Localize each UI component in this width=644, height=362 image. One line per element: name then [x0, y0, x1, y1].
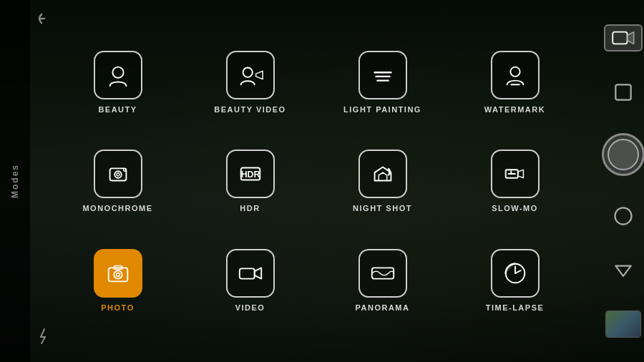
svg-point-6	[615, 208, 631, 225]
svg-marker-31	[254, 268, 261, 278]
modes-row-1: BEAUTY BEAUTY VIDEO	[52, 51, 581, 114]
hdr-label: HDR	[240, 204, 260, 212]
mode-monochrome[interactable]: MONOCHROME	[68, 150, 168, 212]
triangle-button[interactable]	[610, 257, 636, 283]
monochrome-icon-wrap	[94, 150, 142, 198]
time-lapse-icon-wrap	[491, 249, 540, 298]
shutter-inner	[608, 139, 639, 170]
slow-mo-icon-wrap	[491, 150, 540, 198]
mode-light-painting[interactable]: LIGHT PAINTING	[333, 51, 433, 114]
light-painting-icon-wrap	[358, 51, 407, 99]
svg-point-14	[510, 67, 519, 76]
watermark-icon-wrap	[491, 51, 540, 99]
svg-point-17	[114, 171, 122, 178]
beauty-video-icon-wrap	[226, 51, 275, 99]
panorama-icon-wrap	[358, 249, 407, 298]
photo-icon-wrap	[94, 249, 142, 298]
square-button[interactable]	[610, 79, 636, 105]
thumbnail-preview	[606, 311, 640, 337]
mode-time-lapse[interactable]: TIME-LAPSE	[465, 249, 565, 312]
mode-video[interactable]: VIDEO	[200, 249, 301, 312]
modes-main: BEAUTY BEAUTY VIDEO	[30, 0, 602, 362]
back-icon[interactable]	[36, 9, 56, 31]
mode-slow-mo[interactable]: SLOW-MO	[465, 150, 565, 212]
mode-hdr[interactable]: HDR HDR	[200, 150, 301, 212]
svg-rect-30	[239, 268, 254, 278]
monochrome-label: MONOCHROME	[82, 204, 152, 212]
svg-marker-23	[517, 170, 523, 177]
shutter-button[interactable]	[602, 133, 644, 176]
night-shot-label: NIGHT SHOT	[353, 204, 412, 212]
svg-marker-7	[615, 266, 630, 276]
photo-label: PHOTO	[101, 303, 134, 312]
mode-panorama[interactable]: PANORAMA	[333, 249, 433, 312]
mode-beauty-video[interactable]: BEAUTY VIDEO	[200, 51, 301, 114]
modes-grid: BEAUTY BEAUTY VIDEO	[52, 14, 581, 348]
svg-rect-5	[615, 84, 630, 99]
right-controls-panel	[602, 0, 644, 362]
svg-point-27	[114, 270, 122, 278]
circle-button[interactable]	[610, 203, 636, 229]
video-mode-icon[interactable]	[604, 24, 643, 52]
svg-rect-32	[371, 268, 393, 278]
svg-point-28	[116, 273, 119, 276]
svg-text:HDR: HDR	[240, 170, 260, 180]
svg-point-9	[243, 67, 252, 77]
beauty-label: BEAUTY	[98, 105, 137, 114]
sidebar-label: Modes	[10, 164, 20, 198]
mode-photo[interactable]: PHOTO	[68, 249, 168, 312]
mode-night-shot[interactable]: NIGHT SHOT	[333, 150, 433, 212]
svg-marker-4	[628, 32, 634, 44]
modes-row-2: MONOCHROME HDR HDR	[52, 150, 581, 212]
svg-point-19	[123, 168, 126, 171]
svg-rect-3	[613, 32, 627, 44]
hdr-icon-wrap: HDR	[226, 150, 275, 198]
svg-line-0	[41, 329, 44, 337]
mode-watermark[interactable]: WATERMARK	[465, 51, 565, 114]
modes-row-3: PHOTO VIDEO PANORAMA	[52, 249, 581, 312]
flash-icon[interactable]	[36, 328, 53, 348]
beauty-video-label: BEAUTY VIDEO	[214, 105, 286, 114]
svg-line-2	[42, 337, 45, 343]
gallery-thumbnail[interactable]	[605, 310, 641, 338]
watermark-label: WATERMARK	[484, 105, 545, 114]
video-label: VIDEO	[235, 303, 265, 312]
svg-marker-10	[255, 71, 263, 79]
beauty-icon-wrap	[94, 51, 142, 99]
mode-beauty[interactable]: BEAUTY	[68, 51, 168, 114]
time-lapse-label: TIME-LAPSE	[486, 303, 545, 312]
svg-point-18	[117, 173, 119, 176]
video-icon-wrap	[226, 249, 275, 298]
modes-sidebar: Modes	[0, 0, 30, 362]
panorama-label: PANORAMA	[356, 303, 410, 312]
light-painting-label: LIGHT PAINTING	[343, 105, 421, 114]
svg-point-8	[112, 67, 123, 77]
night-shot-icon-wrap	[358, 150, 407, 198]
slow-mo-label: SLOW-MO	[492, 204, 538, 212]
